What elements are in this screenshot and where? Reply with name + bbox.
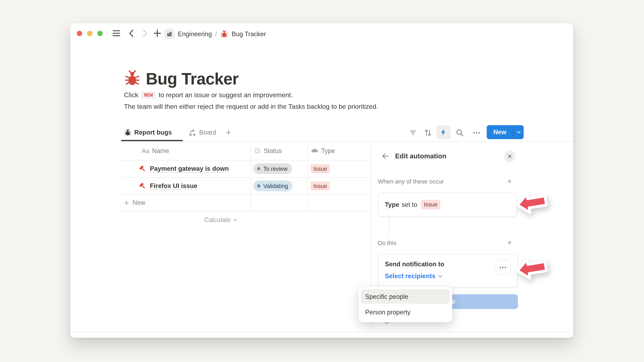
table-row[interactable]: Firefox UI issue (139, 177, 198, 195)
more-options-icon[interactable]: ••• (471, 127, 483, 138)
tabs-bottom-border (121, 141, 574, 141)
recipients-dropdown-menu: Specific people Person property (358, 287, 452, 322)
new-page-icon[interactable] (153, 28, 162, 40)
sidebar-menu-icon[interactable] (112, 30, 120, 38)
column-header-type[interactable]: Type (311, 142, 335, 160)
new-record-split-button: New (487, 125, 524, 139)
trigger-section-label: When any of these occur (378, 178, 444, 185)
panel-title: Edit automation (395, 152, 446, 160)
status-pill: To review (254, 163, 292, 174)
status-property-icon (254, 147, 261, 154)
automations-bolt-icon[interactable] (436, 125, 450, 139)
desc-text: to report an issue or suggest an improve… (159, 91, 293, 99)
screen: Engineering / Bug Tracker Bug Tracker Cl… (0, 0, 644, 362)
calculate-button[interactable]: Calculate (204, 215, 237, 225)
trigger-verb: set to (402, 201, 417, 208)
app-window: Engineering / Bug Tracker Bug Tracker Cl… (70, 23, 574, 338)
automation-connector-line (389, 217, 389, 236)
type-tag: Issue (310, 181, 330, 191)
status-dot-icon (257, 167, 260, 170)
trigger-value-tag: Issue (421, 200, 440, 209)
bug-icon (124, 129, 132, 136)
status-label: To review (263, 165, 288, 172)
column-border (250, 142, 251, 211)
new-record-dropdown-chevron[interactable] (513, 125, 524, 139)
status-pill: Validating (254, 181, 293, 191)
column-border (307, 142, 308, 211)
type-cell[interactable]: Issue (310, 177, 330, 195)
nav-forward-icon[interactable] (141, 29, 148, 39)
hammer-icon (139, 182, 147, 190)
breadcrumb: Engineering / Bug Tracker (164, 29, 266, 39)
filter-icon[interactable] (408, 128, 418, 138)
new-code-chip: NEW (141, 91, 156, 99)
page-title: Bug Tracker (146, 70, 238, 88)
status-cell[interactable]: To review (254, 160, 292, 177)
type-tag: Issue (310, 164, 330, 173)
breadcrumb-page[interactable]: Bug Tracker (232, 30, 266, 37)
window-footer-border (70, 332, 574, 332)
action-label: Send notification to (385, 261, 444, 268)
row-border (121, 195, 371, 195)
workspace-building-icon[interactable] (164, 29, 174, 39)
chevron-down-icon (233, 218, 237, 222)
table-row[interactable]: Payment gateway is down (139, 160, 229, 177)
add-row-button[interactable]: + New (124, 195, 146, 211)
menu-item-person-property[interactable]: Person property (361, 306, 450, 319)
traffic-lights (77, 31, 108, 36)
sort-icon[interactable] (423, 127, 433, 138)
type-property-icon (311, 147, 318, 154)
column-header-label: Type (321, 147, 335, 155)
desc-text: Click (124, 91, 138, 99)
trigger-property: Type (385, 201, 399, 208)
status-cell[interactable]: Validating (254, 177, 293, 195)
action-more-icon[interactable]: ••• (496, 260, 510, 275)
plus-icon: + (124, 199, 129, 207)
type-cell[interactable]: Issue (310, 160, 330, 177)
status-dot-icon (257, 184, 260, 188)
column-header-name[interactable]: Aa Name (142, 142, 169, 160)
panel-close-icon[interactable] (504, 151, 516, 162)
page-description-line1: Click NEW to report an issue or suggest … (124, 91, 293, 99)
nav-back-icon[interactable] (128, 29, 135, 39)
bug-icon (220, 30, 228, 38)
board-view-icon (188, 129, 196, 137)
tab-board-label: Board (199, 129, 216, 136)
tab-report-bugs-label: Report bugs (134, 129, 172, 136)
row-title-link[interactable]: Firefox UI issue (150, 182, 198, 190)
select-recipients-button[interactable]: Select recipients (385, 273, 443, 280)
new-record-button[interactable]: New (487, 125, 513, 139)
breadcrumb-workspace[interactable]: Engineering (178, 30, 212, 37)
action-section-label: Do this (378, 240, 396, 246)
panel-back-icon[interactable] (381, 152, 390, 162)
annotation-arrow-trigger (514, 187, 550, 220)
search-icon[interactable] (454, 127, 465, 138)
annotation-arrow-action (514, 253, 550, 286)
page-bug-icon[interactable] (124, 69, 141, 89)
column-header-label: Name (152, 147, 169, 155)
breadcrumb-separator: / (215, 30, 217, 37)
column-header-status[interactable]: Status (254, 142, 282, 160)
page-description-line2: The team will then either reject the req… (124, 103, 378, 110)
add-trigger-icon[interactable]: + (507, 177, 512, 185)
row-border (121, 211, 371, 211)
trigger-card[interactable]: Type set to Issue (378, 193, 517, 217)
status-label: Validating (263, 183, 288, 189)
chevron-down-icon (438, 274, 443, 279)
action-card[interactable]: Send notification to Select recipients •… (378, 254, 518, 288)
text-property-icon: Aa (142, 147, 149, 154)
select-recipients-label: Select recipients (385, 273, 436, 280)
calculate-label: Calculate (204, 216, 230, 224)
tab-report-bugs[interactable]: Report bugs (124, 126, 172, 139)
row-title-link[interactable]: Payment gateway is down (150, 165, 229, 172)
active-tab-underline (121, 140, 183, 141)
tab-board[interactable]: Board (188, 126, 216, 139)
column-header-label: Status (264, 147, 282, 155)
add-view-icon[interactable]: + (226, 128, 231, 137)
close-window-button[interactable] (77, 31, 82, 36)
zoom-window-button[interactable] (97, 31, 103, 36)
add-action-icon[interactable]: + (507, 239, 512, 247)
add-row-label: New (132, 199, 145, 206)
minimize-window-button[interactable] (87, 31, 92, 36)
menu-item-specific-people[interactable]: Specific people (361, 290, 450, 304)
